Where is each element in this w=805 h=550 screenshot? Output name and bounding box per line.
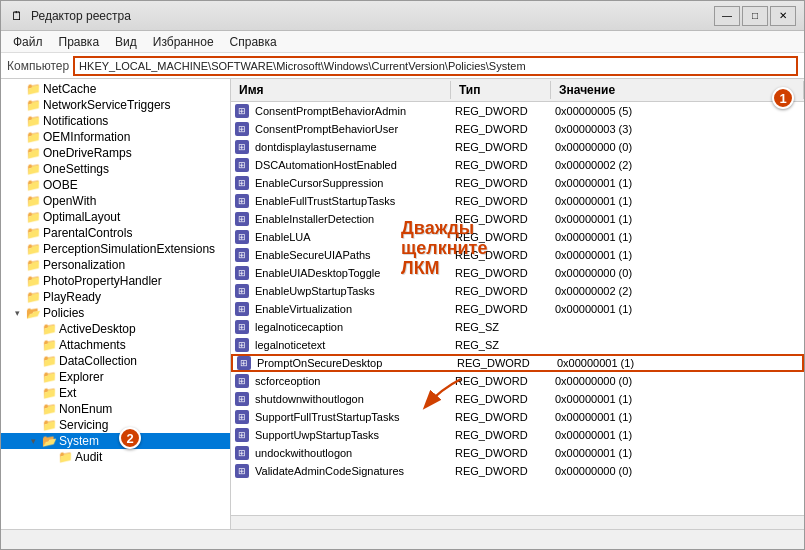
tree-item-oobe[interactable]: 📁 OOBE bbox=[1, 177, 230, 193]
tree-item-notifications[interactable]: 📁 Notifications bbox=[1, 113, 230, 129]
tree-label: Notifications bbox=[43, 114, 108, 128]
table-row[interactable]: ⊞EnableCursorSuppressionREG_DWORD0x00000… bbox=[231, 174, 804, 192]
table-row[interactable]: ⊞scforceoptionREG_DWORD0x00000000 (0) bbox=[231, 372, 804, 390]
table-row[interactable]: ⊞ConsentPromptBehaviorAdminREG_DWORD0x00… bbox=[231, 102, 804, 120]
horizontal-scrollbar[interactable] bbox=[231, 515, 804, 529]
reg-name-cell: ⊞ValidateAdminCodeSignatures bbox=[231, 464, 451, 478]
reg-name-cell: ⊞EnableUIADesktopToggle bbox=[231, 266, 451, 280]
tree-item-onedrampfs[interactable]: 📁 OneDriveRamps bbox=[1, 145, 230, 161]
reg-type-cell: REG_DWORD bbox=[451, 267, 551, 279]
tree-item-onesettings[interactable]: 📁 OneSettings bbox=[1, 161, 230, 177]
menu-file[interactable]: Файл bbox=[5, 33, 51, 51]
menu-view[interactable]: Вид bbox=[107, 33, 145, 51]
reg-type-cell: REG_DWORD bbox=[451, 285, 551, 297]
reg-value-cell: 0x00000001 (1) bbox=[551, 177, 804, 189]
tree-item-system[interactable]: ▾ 📂 System bbox=[1, 433, 230, 449]
reg-value-icon: ⊞ bbox=[235, 230, 249, 244]
app-icon: 🗒 bbox=[9, 8, 25, 24]
close-button[interactable]: ✕ bbox=[770, 6, 796, 26]
tree-item-netcache[interactable]: 📁 NetCache bbox=[1, 81, 230, 97]
address-path-input[interactable] bbox=[73, 56, 798, 76]
table-row[interactable]: ⊞undockwithoutlogonREG_DWORD0x00000001 (… bbox=[231, 444, 804, 462]
table-row[interactable]: ⊞dontdisplaylastusernameREG_DWORD0x00000… bbox=[231, 138, 804, 156]
reg-name-cell: ⊞EnableUwpStartupTasks bbox=[231, 284, 451, 298]
folder-icon: 📁 bbox=[25, 242, 41, 256]
reg-name-text: dontdisplaylastusername bbox=[255, 141, 377, 153]
reg-name-text: PromptOnSecureDesktop bbox=[257, 357, 382, 369]
reg-name-cell: ⊞scforceoption bbox=[231, 374, 451, 388]
tree-item-optimallayout[interactable]: 📁 OptimalLayout bbox=[1, 209, 230, 225]
menu-help[interactable]: Справка bbox=[222, 33, 285, 51]
tree-item-parentalcontrols[interactable]: 📁 ParentalControls bbox=[1, 225, 230, 241]
reg-value-cell: 0x00000003 (3) bbox=[551, 123, 804, 135]
table-row[interactable]: ⊞ValidateAdminCodeSignaturesREG_DWORD0x0… bbox=[231, 462, 804, 480]
table-row[interactable]: ⊞legalnoticecaptionREG_SZ bbox=[231, 318, 804, 336]
folder-icon: 📁 bbox=[41, 386, 57, 400]
folder-icon: 📁 bbox=[25, 226, 41, 240]
menu-edit[interactable]: Правка bbox=[51, 33, 108, 51]
reg-type-cell: REG_DWORD bbox=[451, 303, 551, 315]
reg-type-cell: REG_DWORD bbox=[451, 465, 551, 477]
reg-type-cell: REG_DWORD bbox=[451, 249, 551, 261]
tree-item-networkservicetriggers[interactable]: 📁 NetworkServiceTriggers bbox=[1, 97, 230, 113]
reg-value-cell: 0x00000001 (1) bbox=[551, 303, 804, 315]
tree-item-oeminformation[interactable]: 📁 OEMInformation bbox=[1, 129, 230, 145]
table-row[interactable]: ⊞EnableVirtualizationREG_DWORD0x00000001… bbox=[231, 300, 804, 318]
reg-name-cell: ⊞ConsentPromptBehaviorAdmin bbox=[231, 104, 451, 118]
folder-icon: 📁 bbox=[41, 338, 57, 352]
tree-label: ParentalControls bbox=[43, 226, 132, 240]
table-row[interactable]: ⊞SupportFullTrustStartupTasksREG_DWORD0x… bbox=[231, 408, 804, 426]
reg-name-text: EnableSecureUIAPaths bbox=[255, 249, 371, 261]
table-row[interactable]: ⊞shutdownwithoutlogonREG_DWORD0x00000001… bbox=[231, 390, 804, 408]
reg-type-cell: REG_DWORD bbox=[451, 177, 551, 189]
folder-icon: 📁 bbox=[25, 178, 41, 192]
tree-item-attachments[interactable]: 📁 Attachments bbox=[1, 337, 230, 353]
tree-label: OptimalLayout bbox=[43, 210, 120, 224]
menu-favorites[interactable]: Избранное bbox=[145, 33, 222, 51]
folder-icon: 📁 bbox=[25, 82, 41, 96]
table-row[interactable]: ⊞DSCAutomationHostEnabledREG_DWORD0x0000… bbox=[231, 156, 804, 174]
reg-type-cell: REG_DWORD bbox=[451, 105, 551, 117]
tree-item-activedesktop[interactable]: 📁 ActiveDesktop bbox=[1, 321, 230, 337]
tree-item-datacollection[interactable]: 📁 DataCollection bbox=[1, 353, 230, 369]
tree-item-photopropertyhandler[interactable]: 📁 PhotoPropertyHandler bbox=[1, 273, 230, 289]
minimize-button[interactable]: — bbox=[714, 6, 740, 26]
tree-item-explorer[interactable]: 📁 Explorer bbox=[1, 369, 230, 385]
reg-value-cell: 0x00000001 (1) bbox=[551, 195, 804, 207]
reg-name-text: EnableLUA bbox=[255, 231, 311, 243]
table-row[interactable]: ⊞EnableUIADesktopToggleREG_DWORD0x000000… bbox=[231, 264, 804, 282]
table-row[interactable]: ⊞EnableInstallerDetectionREG_DWORD0x0000… bbox=[231, 210, 804, 228]
reg-type-cell: REG_DWORD bbox=[451, 411, 551, 423]
tree-item-nonenum[interactable]: 📁 NonEnum bbox=[1, 401, 230, 417]
table-row[interactable]: ⊞EnableFullTrustStartupTasksREG_DWORD0x0… bbox=[231, 192, 804, 210]
reg-type-cell: REG_DWORD bbox=[451, 213, 551, 225]
registry-body[interactable]: ⊞ConsentPromptBehaviorAdminREG_DWORD0x00… bbox=[231, 102, 804, 515]
table-row[interactable]: ⊞PromptOnSecureDesktopREG_DWORD0x0000000… bbox=[231, 354, 804, 372]
registry-editor-window: 🗒 Редактор реестра — □ ✕ Файл Правка Вид… bbox=[0, 0, 805, 550]
tree-item-policies[interactable]: ▾ 📂 Policies bbox=[1, 305, 230, 321]
reg-value-icon: ⊞ bbox=[235, 176, 249, 190]
table-row[interactable]: ⊞ConsentPromptBehaviorUserREG_DWORD0x000… bbox=[231, 120, 804, 138]
table-row[interactable]: ⊞EnableLUAREG_DWORD0x00000001 (1) bbox=[231, 228, 804, 246]
tree-item-servicing[interactable]: 📁 Servicing bbox=[1, 417, 230, 433]
content-wrapper: 📁 NetCache 📁 NetworkServiceTriggers 📁 No… bbox=[1, 79, 804, 529]
table-row[interactable]: ⊞EnableSecureUIAPathsREG_DWORD0x00000001… bbox=[231, 246, 804, 264]
tree-item-audit[interactable]: 📁 Audit bbox=[1, 449, 230, 465]
reg-type-cell: REG_SZ bbox=[451, 321, 551, 333]
table-row[interactable]: ⊞SupportUwpStartupTasksREG_DWORD0x000000… bbox=[231, 426, 804, 444]
table-row[interactable]: ⊞legalnoticetextREG_SZ bbox=[231, 336, 804, 354]
tree-label: NonEnum bbox=[59, 402, 112, 416]
tree-item-perceptionsimulation[interactable]: 📁 PerceptionSimulationExtensions bbox=[1, 241, 230, 257]
tree-label: Explorer bbox=[59, 370, 104, 384]
tree-label: Ext bbox=[59, 386, 76, 400]
tree-pane[interactable]: 📁 NetCache 📁 NetworkServiceTriggers 📁 No… bbox=[1, 79, 231, 529]
reg-type-cell: REG_DWORD bbox=[453, 357, 553, 369]
table-row[interactable]: ⊞EnableUwpStartupTasksREG_DWORD0x0000000… bbox=[231, 282, 804, 300]
tree-item-ext[interactable]: 📁 Ext bbox=[1, 385, 230, 401]
tree-label: Personalization bbox=[43, 258, 125, 272]
reg-name-cell: ⊞PromptOnSecureDesktop bbox=[233, 356, 453, 370]
tree-item-openwith[interactable]: 📁 OpenWith bbox=[1, 193, 230, 209]
tree-item-playready[interactable]: 📁 PlayReady bbox=[1, 289, 230, 305]
maximize-button[interactable]: □ bbox=[742, 6, 768, 26]
tree-item-personalization[interactable]: 📁 Personalization bbox=[1, 257, 230, 273]
